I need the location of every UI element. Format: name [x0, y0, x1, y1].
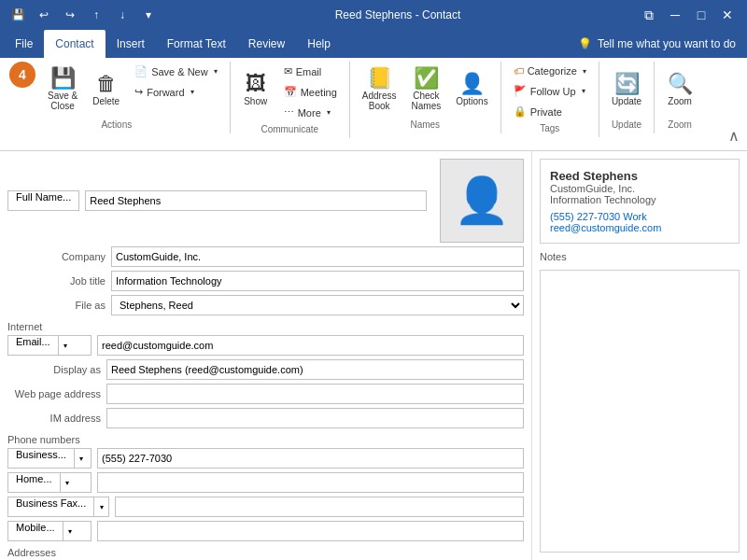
email-ribbon-btn[interactable]: ✉ Email — [277, 62, 344, 81]
business-phone-row: Business... ▾ — [7, 448, 524, 469]
zoom-label: Zoom — [668, 96, 692, 106]
delete-btn[interactable]: 🗑 Delete — [86, 62, 126, 118]
email-btn-label: Email... — [8, 336, 58, 355]
address-book-label: AddressBook — [362, 91, 397, 111]
save-new-icon: 📄 — [134, 65, 148, 77]
save-new-label: Save & New — [151, 66, 208, 77]
private-btn[interactable]: 🔒 Private — [507, 102, 593, 121]
menu-help[interactable]: Help — [296, 30, 342, 58]
email-dropdown-arrow[interactable]: ▾ — [58, 336, 73, 355]
job-title-input[interactable] — [111, 271, 524, 291]
im-input[interactable] — [106, 408, 524, 428]
save-new-btn[interactable]: 📄 Save & New ▾ — [128, 62, 224, 81]
check-names-btn[interactable]: ✅ CheckNames — [405, 62, 448, 118]
business-arrow[interactable]: ▾ — [74, 449, 89, 468]
email-input[interactable] — [97, 335, 524, 356]
card-company: CustomGuide, Inc. — [550, 183, 729, 194]
update-btn[interactable]: 🔄 Update — [605, 62, 648, 118]
ribbon-actions-buttons: 4 💾 Save &Close 🗑 Delete 📄 Save & New ▾ … — [9, 62, 224, 118]
business-phone-btn[interactable]: Business... ▾ — [7, 448, 92, 469]
qat-up-btn[interactable]: ↑ — [86, 5, 106, 25]
restore-btn[interactable]: ⧉ — [637, 3, 661, 27]
qat-undo-btn[interactable]: ↩ — [34, 5, 54, 25]
file-as-row: File as Stephens, Reed — [7, 295, 524, 315]
full-name-btn[interactable]: Full Name... — [7, 190, 79, 211]
business-fax-btn[interactable]: Business Fax... ▾ — [7, 497, 109, 517]
more-btn[interactable]: ⋯ More ▾ — [277, 103, 344, 122]
business-phone-input[interactable] — [97, 448, 524, 469]
home-phone-input[interactable] — [97, 472, 524, 493]
ribbon: 4 💾 Save &Close 🗑 Delete 📄 Save & New ▾ … — [0, 58, 747, 151]
menu-insert[interactable]: Insert — [106, 30, 156, 58]
lightbulb-icon: 💡 — [578, 37, 592, 50]
home-btn-label: Home... — [8, 473, 60, 492]
qat-save-btn[interactable]: 💾 — [7, 5, 28, 25]
qat-more-btn[interactable]: ▾ — [138, 5, 159, 25]
qat-redo-btn[interactable]: ↪ — [60, 5, 80, 25]
mobile-btn-label: Mobile... — [8, 522, 63, 540]
forward-label: Forward — [147, 87, 184, 98]
email-dropdown-btn[interactable]: Email... ▾ — [7, 335, 92, 356]
business-fax-input[interactable] — [115, 497, 524, 517]
delete-label: Delete — [92, 96, 120, 106]
form-area: Full Name... 👤 Company Job title — [0, 151, 532, 560]
options-btn[interactable]: 👤 Options — [449, 62, 494, 118]
mobile-arrow[interactable]: ▾ — [63, 522, 78, 540]
card-phone: (555) 227-7030 Work — [550, 211, 729, 222]
more-arrow: ▾ — [327, 108, 331, 117]
mobile-input[interactable] — [97, 521, 524, 541]
menu-contact[interactable]: Contact — [44, 30, 105, 58]
title-bar-left: 💾 ↩ ↪ ↑ ↓ ▾ — [7, 5, 159, 25]
save-icon: 💾 — [50, 68, 76, 89]
menu-file[interactable]: File — [4, 30, 44, 58]
phone-section-header: Phone numbers — [7, 434, 524, 445]
maximize-btn[interactable]: □ — [689, 3, 713, 27]
forward-btn[interactable]: ↪ Forward ▾ — [128, 82, 224, 102]
addresses-section-header: Addresses — [7, 547, 524, 558]
display-as-input[interactable] — [106, 359, 524, 380]
show-btn[interactable]: 🖼 Show — [236, 62, 275, 118]
save-close-btn[interactable]: 💾 Save &Close — [41, 62, 84, 118]
meeting-btn[interactable]: 📅 Meeting — [277, 82, 344, 102]
ribbon-collapse-btn[interactable]: ∧ — [725, 125, 743, 147]
window-controls: ⧉ ─ □ ✕ — [637, 3, 740, 27]
ribbon-group-zoom: 🔍 Zoom Zoom — [655, 62, 705, 133]
web-input[interactable] — [106, 384, 524, 404]
menu-format-text[interactable]: Format Text — [156, 30, 237, 58]
names-group-label: Names — [356, 119, 495, 130]
categorize-btn[interactable]: 🏷 Categorize ▾ — [507, 62, 593, 80]
full-name-input[interactable] — [85, 190, 427, 211]
home-phone-btn[interactable]: Home... ▾ — [7, 472, 92, 493]
window-title: Reed Stephens - Contact — [159, 8, 637, 21]
home-phone-row: Home... ▾ — [7, 472, 524, 493]
zoom-icon: 🔍 — [668, 74, 693, 94]
notes-area[interactable] — [540, 270, 740, 553]
qat-down-btn[interactable]: ↓ — [112, 5, 133, 25]
mobile-btn[interactable]: Mobile... ▾ — [7, 521, 92, 541]
tell-me-bar[interactable]: 💡 Tell me what you want to do — [571, 30, 743, 58]
full-name-btn-label: Full Name... — [8, 191, 78, 210]
company-input[interactable] — [111, 246, 524, 267]
ribbon-group-tags: 🏷 Categorize ▾ 🚩 Follow Up ▾ 🔒 Private T… — [501, 62, 599, 137]
file-as-select[interactable]: Stephens, Reed — [111, 295, 524, 315]
mobile-row: Mobile... ▾ — [7, 521, 524, 541]
communicate-group-label: Communicate — [236, 124, 344, 134]
save-close-label: Save &Close — [48, 91, 78, 111]
home-arrow[interactable]: ▾ — [60, 473, 75, 492]
card-dept: Information Technology — [550, 194, 729, 205]
web-label: Web page address — [7, 388, 101, 399]
address-book-btn[interactable]: 📒 AddressBook — [356, 62, 403, 118]
photo-box[interactable]: 👤 — [440, 159, 524, 243]
follow-up-btn[interactable]: 🚩 Follow Up ▾ — [507, 81, 593, 101]
fax-arrow[interactable]: ▾ — [93, 497, 108, 516]
main-content: Full Name... 👤 Company Job title — [0, 151, 747, 560]
more-icon: ⋯ — [284, 106, 294, 119]
zoom-btn[interactable]: 🔍 Zoom — [660, 62, 699, 118]
ribbon-communicate-buttons: 🖼 Show ✉ Email 📅 Meeting ⋯ More ▾ — [236, 62, 344, 122]
email-row: Email... ▾ — [7, 335, 524, 356]
close-btn[interactable]: ✕ — [715, 3, 740, 27]
card-email: reed@customguide.com — [550, 222, 729, 233]
minimize-btn[interactable]: ─ — [663, 3, 687, 27]
private-icon: 🔒 — [514, 105, 527, 118]
menu-review[interactable]: Review — [237, 30, 296, 58]
